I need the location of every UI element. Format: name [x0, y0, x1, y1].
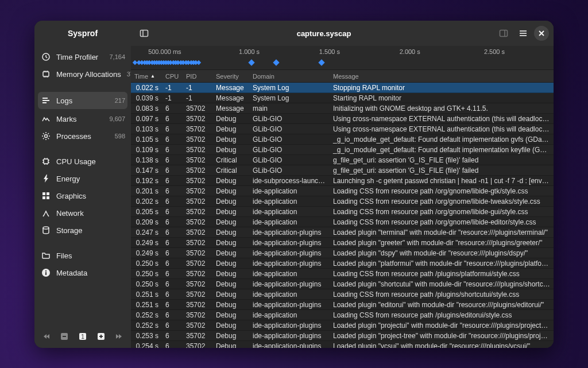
svg-rect-17: [100, 335, 102, 338]
sidebar-item-memory-allocations[interactable]: Memory Allocations372,378: [34, 65, 131, 83]
log-row[interactable]: 0.103 s635702DebugGLib-GIOUsing cross-na…: [131, 124, 554, 134]
log-row[interactable]: 0.109 s635702DebugGLib-GIO_g_io_module_g…: [131, 145, 554, 155]
cell-message: Loaded plugin "project-tree" with module…: [330, 332, 554, 340]
col-header-message[interactable]: Message: [330, 73, 554, 80]
log-row[interactable]: 0.253 s635702Debugide-application-plugin…: [131, 331, 554, 341]
log-row[interactable]: 0.254 s635702Debugide-application-plugin…: [131, 341, 554, 348]
sidebar-item-label: Network: [56, 209, 125, 218]
cell-message: Starting RAPL monitor: [330, 94, 554, 102]
log-row[interactable]: 0.022 s-1-1MessageSystem LogStopping RAP…: [131, 83, 554, 93]
seek-back-button[interactable]: [40, 330, 53, 343]
cell-message: Loaded plugin "dspy" with module-dir "re…: [330, 249, 554, 257]
cell-domain: ide-application-plugins: [249, 259, 330, 268]
cell-domain: ide-application-plugins: [249, 249, 330, 257]
sidebar-list: Time Profiler7,164Memory Allocations372,…: [34, 46, 131, 325]
cell-domain: ide-subprocess-launcher: [249, 177, 330, 185]
cell-severity: Debug: [212, 280, 249, 288]
log-row[interactable]: 0.252 s635702Debugide-applicationLoading…: [131, 310, 554, 320]
cell-severity: Message: [212, 94, 249, 102]
cell-cpu: 6: [162, 218, 183, 226]
log-row[interactable]: 0.247 s635702Debugide-application-plugin…: [131, 227, 554, 238]
sidebar-item-logs[interactable]: Logs217: [38, 92, 127, 109]
close-button[interactable]: [534, 26, 549, 41]
cell-pid: 35702: [183, 228, 212, 237]
log-row[interactable]: 0.083 s635702MessagemainInitializing wit…: [131, 103, 554, 114]
cell-time: 0.252 s: [131, 321, 162, 330]
col-header-severity[interactable]: Severity: [212, 73, 249, 80]
zoom-in-button[interactable]: [95, 330, 107, 343]
sidebar-item-time-profiler[interactable]: Time Profiler7,164: [34, 48, 131, 65]
sidebar-item-energy[interactable]: Energy: [34, 170, 131, 187]
log-row[interactable]: 0.252 s635702Debugide-application-plugin…: [131, 320, 554, 331]
cell-pid: 35702: [183, 187, 212, 195]
cell-severity: Debug: [212, 259, 249, 268]
log-row[interactable]: 0.205 s635702Debugide-applicationLoading…: [131, 207, 554, 217]
cell-message: Loaded plugin "editorui" with module-dir…: [330, 301, 554, 309]
menu-button[interactable]: [514, 25, 532, 42]
cell-message: Loading CSS from resource path /plugins/…: [330, 270, 554, 278]
cell-pid: 35702: [183, 290, 212, 299]
log-row[interactable]: 0.039 s-1-1MessageSystem LogStarting RAP…: [131, 93, 554, 103]
cell-message: Loaded plugin "terminal" with module-dir…: [330, 228, 554, 237]
sidebar-item-cpu-usage[interactable]: CPU Usage: [34, 153, 131, 170]
cell-message: Loaded plugin "shortcutui" with module-d…: [330, 280, 554, 288]
cell-domain: ide-application-plugins: [249, 301, 330, 309]
log-row[interactable]: 0.251 s635702Debugide-application-plugin…: [131, 300, 554, 310]
zoom-fit-button[interactable]: 1: [76, 330, 89, 343]
cell-cpu: 6: [162, 280, 183, 288]
cell-cpu: 6: [162, 249, 183, 257]
cell-time: 0.247 s: [131, 228, 162, 237]
col-header-domain[interactable]: Domain: [249, 73, 330, 80]
cell-time: 0.205 s: [131, 208, 162, 216]
log-row[interactable]: 0.250 s635702Debugide-application-plugin…: [131, 279, 554, 289]
cell-cpu: 6: [162, 135, 183, 144]
timeline-tick: 1.500 s: [319, 48, 340, 55]
cell-message: _g_io_module_get_default: Found default …: [330, 146, 554, 154]
timeline-ruler[interactable]: 500.000 ms1.000 s1.500 s2.000 s2.500 s: [131, 46, 554, 70]
log-row[interactable]: 0.147 s635702CriticalGLib-GIOg_file_get_…: [131, 165, 554, 176]
col-header-pid[interactable]: PID: [183, 73, 212, 80]
cell-cpu: 6: [162, 332, 183, 340]
energy-icon: [41, 174, 51, 183]
cell-severity: Debug: [212, 249, 249, 257]
log-row[interactable]: 0.192 s635702Debugide-subprocess-launche…: [131, 176, 554, 186]
seek-forward-button[interactable]: [113, 330, 125, 343]
cell-domain: ide-application: [249, 187, 330, 195]
log-row[interactable]: 0.249 s635702Debugide-application-plugin…: [131, 238, 554, 248]
log-row[interactable]: 0.097 s635702DebugGLib-GIOUsing cross-na…: [131, 114, 554, 124]
log-row[interactable]: 0.251 s635702Debugide-applicationLoading…: [131, 289, 554, 300]
log-row[interactable]: 0.201 s635702Debugide-applicationLoading…: [131, 186, 554, 196]
cell-severity: Debug: [212, 332, 249, 340]
sidebar-item-metadata[interactable]: Metadata: [34, 264, 131, 281]
sidebar-item-files[interactable]: Files: [34, 247, 131, 264]
cell-time: 0.253 s: [131, 332, 162, 340]
cell-severity: Message: [212, 84, 249, 92]
timeline-tick: 2.500 s: [484, 48, 505, 55]
clock-icon: [41, 52, 51, 61]
sidebar-item-marks[interactable]: Marks9,607: [34, 110, 131, 127]
cell-severity: Debug: [212, 270, 249, 278]
log-row[interactable]: 0.250 s635702Debugide-application-plugin…: [131, 258, 554, 269]
log-row[interactable]: 0.209 s635702Debugide-applicationLoading…: [131, 217, 554, 227]
log-row[interactable]: 0.138 s635702CriticalGLib-GIOg_file_get_…: [131, 155, 554, 165]
cell-message: Using cross-namespace EXTERNAL authentic…: [330, 125, 554, 133]
col-header-time[interactable]: Time▲: [131, 73, 162, 80]
sidebar-item-network[interactable]: Network: [34, 204, 131, 222]
sidebar-item-storage[interactable]: Storage: [34, 222, 131, 239]
log-row[interactable]: 0.249 s635702Debugide-application-plugin…: [131, 248, 554, 258]
sidebar-toggle-button[interactable]: [136, 25, 153, 42]
right-panel-toggle-button[interactable]: [495, 25, 512, 42]
zoom-out-button[interactable]: [59, 330, 71, 343]
log-row[interactable]: 0.250 s635702Debugide-applicationLoading…: [131, 269, 554, 279]
col-header-cpu[interactable]: CPU: [162, 73, 183, 80]
log-row[interactable]: 0.202 s635702Debugide-applicationLoading…: [131, 196, 554, 207]
sidebar-item-processes[interactable]: Processes598: [34, 127, 131, 145]
cell-cpu: 6: [162, 228, 183, 237]
cell-cpu: 6: [162, 259, 183, 268]
cell-time: 0.192 s: [131, 177, 162, 185]
sidebar-item-graphics[interactable]: Graphics: [34, 187, 131, 204]
sidebar-item-count: 9,607: [109, 115, 125, 122]
cell-pid: 35702: [183, 156, 212, 164]
log-row[interactable]: 0.105 s635702DebugGLib-GIO_g_io_module_g…: [131, 134, 554, 145]
cell-pid: 35702: [183, 166, 212, 175]
